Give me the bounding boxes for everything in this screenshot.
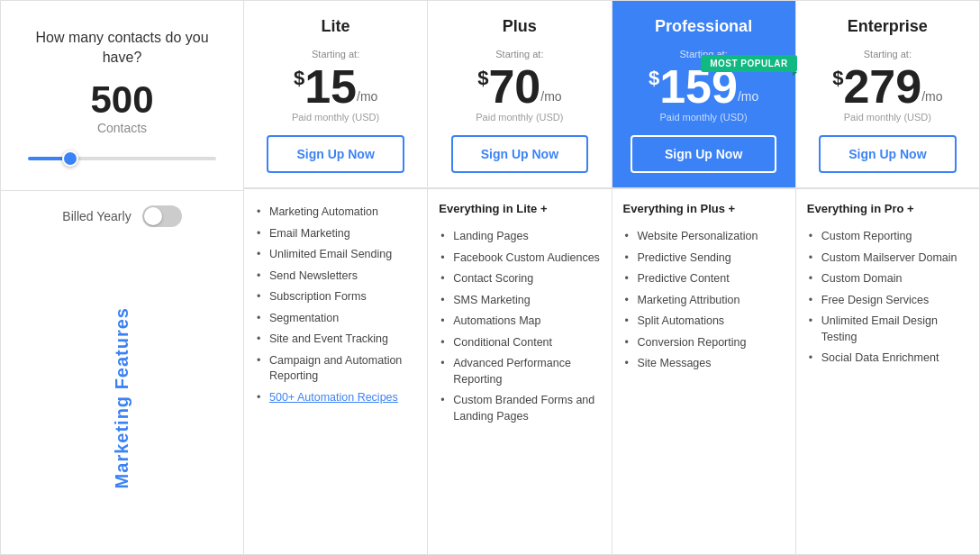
list-item: Landing Pages — [439, 226, 600, 248]
list-item: SMS Marketing — [439, 290, 600, 312]
list-item: 500+ Automation Recipes — [255, 387, 416, 409]
signup-button-professional[interactable]: Sign Up Now — [631, 135, 776, 173]
list-item: Split Automations — [623, 311, 785, 332]
starting-at-plus: Starting at: — [439, 49, 600, 59]
list-item: Subscription Forms — [255, 287, 416, 308]
plan-name-professional: Professional — [623, 17, 785, 36]
most-popular-badge: MOST POPULAR — [701, 55, 797, 72]
price-dollar-professional: $ — [649, 68, 659, 88]
plan-header-plus: PlusStarting at:$70/moPaid monthly (USD)… — [428, 1, 611, 188]
contacts-label: Contacts — [19, 121, 225, 135]
list-item: Custom Reporting — [807, 226, 968, 248]
price-dollar-lite: $ — [294, 68, 304, 88]
plan-header-enterprise: EnterpriseStarting at:$279/moPaid monthl… — [796, 1, 979, 188]
plan-name-lite: Lite — [255, 17, 416, 36]
list-item: Unlimited Email Design Testing — [807, 311, 968, 348]
starting-at-lite: Starting at: — [255, 49, 416, 59]
price-amount-plus: 70 — [488, 63, 540, 110]
feature-list-plus: Landing PagesFacebook Custom AudiencesCo… — [439, 226, 600, 427]
signup-button-plus[interactable]: Sign Up Now — [451, 135, 588, 173]
list-item: Free Design Services — [807, 290, 968, 312]
list-item: Contact Scoring — [439, 268, 600, 290]
plan-features-lite: Marketing AutomationEmail MarketingUnlim… — [244, 188, 427, 554]
list-item: Email Marketing — [255, 223, 416, 245]
plan-col-enterprise: EnterpriseStarting at:$279/moPaid monthl… — [796, 1, 979, 554]
starting-at-enterprise: Starting at: — [807, 49, 968, 59]
billed-row: Billed Yearly — [1, 191, 243, 241]
list-item: Social Data Enrichment — [807, 348, 968, 369]
plan-col-professional: MOST POPULARProfessionalStarting at:$159… — [612, 1, 796, 554]
list-item: Custom Domain — [807, 268, 968, 290]
plan-features-plus: Everything in Lite +Landing PagesFaceboo… — [428, 188, 611, 554]
list-item: Campaign and Automation Reporting — [255, 350, 416, 387]
features-title-plus: Everything in Lite + — [439, 202, 600, 215]
list-item: Site and Event Tracking — [255, 329, 416, 350]
toggle-knob — [144, 207, 162, 225]
feature-list-enterprise: Custom ReportingCustom Mailserver Domain… — [807, 226, 968, 369]
sidebar-top: How many contacts do you have? 500 Conta… — [1, 1, 243, 191]
price-dollar-plus: $ — [477, 68, 488, 88]
list-item: Segmentation — [255, 308, 416, 330]
list-item: Custom Mailserver Domain — [807, 248, 968, 269]
plan-col-lite: LiteStarting at:$15/moPaid monthly (USD)… — [244, 1, 428, 554]
price-amount-lite: 15 — [304, 63, 357, 110]
features-title-professional: Everything in Plus + — [623, 202, 785, 215]
plan-col-plus: PlusStarting at:$70/moPaid monthly (USD)… — [428, 1, 612, 554]
list-item: Marketing Attribution — [623, 290, 785, 312]
marketing-features-section: Marketing Features — [1, 241, 243, 554]
price-mo-professional: /mo — [738, 90, 758, 103]
billed-yearly-label: Billed Yearly — [62, 209, 131, 223]
list-item: Custom Branded Forms and Landing Pages — [439, 390, 600, 427]
price-dollar-enterprise: $ — [832, 68, 843, 88]
contact-count: 500 — [19, 79, 225, 121]
feature-list-lite: Marketing AutomationEmail MarketingUnlim… — [255, 202, 416, 408]
slider-container[interactable] — [19, 150, 225, 163]
list-item: Conditional Content — [439, 332, 600, 354]
feature-list-professional: Website PersonalizationPredictive Sendin… — [623, 226, 785, 375]
paid-monthly-lite: Paid monthly (USD) — [255, 112, 416, 123]
list-item: Predictive Content — [623, 268, 785, 290]
paid-monthly-plus: Paid monthly (USD) — [439, 112, 600, 123]
price-mo-enterprise: /mo — [921, 90, 942, 103]
plan-name-plus: Plus — [439, 17, 600, 36]
list-item: Conversion Reporting — [623, 332, 785, 354]
price-mo-lite: /mo — [357, 90, 377, 103]
paid-monthly-enterprise: Paid monthly (USD) — [807, 112, 968, 123]
list-item: Marketing Automation — [255, 202, 416, 223]
plan-header-professional: MOST POPULARProfessionalStarting at:$159… — [612, 1, 795, 188]
paid-monthly-professional: Paid monthly (USD) — [623, 112, 785, 123]
list-item: Site Messages — [623, 353, 785, 375]
price-row-plus: $70/mo — [439, 63, 600, 110]
price-row-lite: $15/mo — [255, 63, 416, 110]
price-row-enterprise: $279/mo — [807, 63, 968, 110]
list-item: Predictive Sending — [623, 248, 785, 269]
pricing-container: How many contacts do you have? 500 Conta… — [0, 0, 980, 555]
plan-header-lite: LiteStarting at:$15/moPaid monthly (USD)… — [244, 1, 427, 188]
sidebar: How many contacts do you have? 500 Conta… — [1, 1, 244, 554]
billed-yearly-toggle[interactable] — [142, 205, 182, 227]
marketing-features-label: Marketing Features — [112, 289, 132, 506]
list-item: Website Personalization — [623, 226, 785, 248]
plan-features-professional: Everything in Plus +Website Personalizat… — [612, 188, 795, 554]
list-item: Automations Map — [439, 311, 600, 332]
list-item: Send Newsletters — [255, 266, 416, 287]
features-title-enterprise: Everything in Pro + — [807, 202, 968, 215]
list-item: Facebook Custom Audiences — [439, 248, 600, 269]
plans-area: LiteStarting at:$15/moPaid monthly (USD)… — [244, 1, 979, 554]
plan-name-enterprise: Enterprise — [807, 17, 968, 36]
price-mo-plus: /mo — [540, 90, 561, 103]
plan-features-enterprise: Everything in Pro +Custom ReportingCusto… — [796, 188, 979, 554]
signup-button-lite[interactable]: Sign Up Now — [267, 135, 404, 173]
list-item: Advanced Performance Reporting — [439, 353, 600, 390]
list-item: Unlimited Email Sending — [255, 244, 416, 266]
price-amount-enterprise: 279 — [843, 63, 921, 110]
sidebar-question: How many contacts do you have? — [19, 28, 225, 68]
signup-button-enterprise[interactable]: Sign Up Now — [819, 135, 956, 173]
feature-link-lite[interactable]: 500+ Automation Recipes — [269, 391, 398, 404]
contacts-slider[interactable] — [28, 157, 216, 160]
